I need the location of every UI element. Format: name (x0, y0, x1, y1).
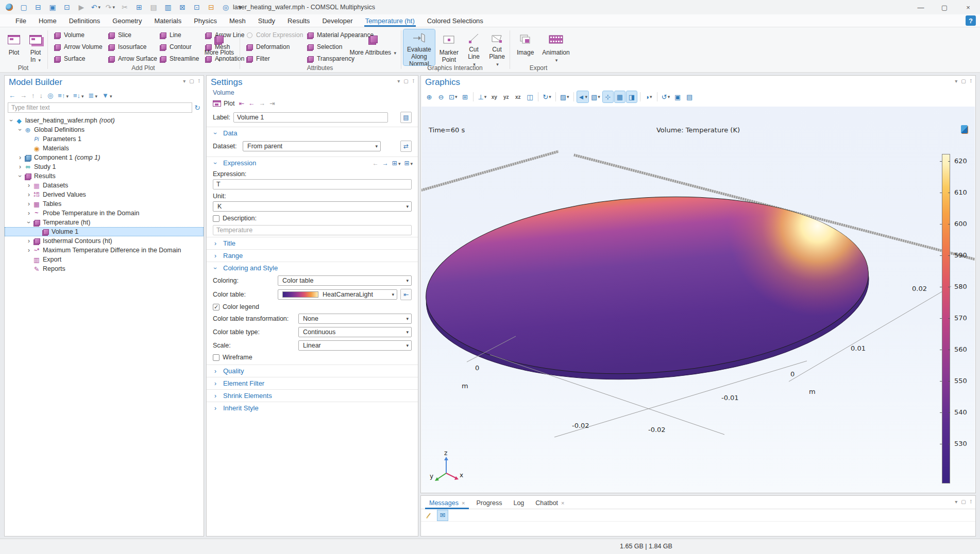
attribute-filter[interactable]: Filter (245, 53, 306, 64)
section-quality[interactable]: Quality (223, 367, 244, 375)
show-grid-icon[interactable]: ▦ (615, 91, 625, 102)
add-plot-contour[interactable]: Contour (159, 41, 204, 53)
tree-item-materials[interactable]: ◉Materials (5, 144, 204, 153)
more-plots-button[interactable]: More Plots▾ (201, 29, 238, 65)
description-checkbox[interactable] (213, 215, 219, 222)
tree-item-isothermal-contours-ht[interactable]: ›Isothermal Contours (ht) (5, 236, 204, 246)
chevron-icon[interactable]: › (212, 252, 219, 259)
tree-item-global-definitions[interactable]: ›⊕Global Definitions (5, 125, 204, 134)
close-tab-icon[interactable]: × (462, 500, 465, 506)
delete-icon[interactable]: ⊠ (176, 2, 189, 12)
zoom-box-icon[interactable]: ⊡▾ (448, 91, 458, 102)
tree-chevron-icon[interactable]: › (25, 210, 32, 217)
tab-progress[interactable]: Progress (471, 497, 507, 509)
chevron-icon[interactable]: › (212, 130, 219, 137)
plot-in-button[interactable]: Plot In ▾ (25, 29, 46, 65)
print-icon[interactable]: ▤ (684, 91, 695, 102)
refresh-icon[interactable]: ↻ (194, 103, 200, 112)
appearance-icon[interactable]: ◑▾ (644, 91, 654, 102)
menu-definitions[interactable]: Definitions (63, 14, 107, 27)
panel-maximize-icon[interactable]: ▢ (189, 78, 194, 84)
add-plot-line[interactable]: Line (159, 29, 204, 41)
panel-menu-icon[interactable]: ▾ (955, 499, 957, 505)
marker-point-button[interactable]: Marker Point (436, 29, 462, 65)
comsol-logo-icon[interactable] (3, 2, 15, 12)
filter-funnel-icon[interactable]: ▼▾ (102, 92, 112, 99)
plot-button[interactable]: Plot (4, 29, 24, 65)
cut-icon[interactable]: ✂ (119, 2, 131, 12)
panel-menu-icon[interactable]: ▾ (183, 78, 185, 84)
tree-item-probe-temperature-in-the-domain[interactable]: ›~Probe Temperature in the Domain (5, 209, 204, 218)
scene-light-icon[interactable]: ▨▾ (559, 91, 570, 102)
panel-pin-icon[interactable]: ⊺ (198, 78, 200, 84)
expr-prev-icon[interactable]: ← (373, 160, 379, 167)
help-button[interactable]: ? (966, 15, 976, 26)
tree-item-volume-1[interactable]: Volume 1 (5, 227, 204, 236)
menu-physics[interactable]: Physics (188, 14, 223, 27)
duplicate-icon[interactable]: ▥ (162, 2, 174, 12)
paste-icon[interactable]: ▤ (147, 2, 160, 12)
tree-chevron-icon[interactable]: › (8, 117, 15, 124)
zoom-in-icon[interactable]: ⊕ (424, 91, 434, 102)
undo-icon[interactable]: ↶ ▾ (90, 2, 102, 12)
view-xz-icon[interactable]: xz (513, 91, 523, 102)
add-plot-slice[interactable]: Slice (107, 29, 159, 41)
save-icon[interactable]: ▣ (46, 2, 59, 12)
section-shrink-elements[interactable]: Shrink Elements (223, 392, 272, 400)
rotate-icon[interactable]: ↻▾ (542, 91, 552, 102)
expr-next-icon[interactable]: → (382, 160, 388, 167)
clear-selection-icon[interactable]: ⊟ (205, 2, 217, 12)
view-settings-icon[interactable]: ▧▾ (590, 91, 601, 102)
menu-temperature-ht[interactable]: Temperature (ht) (359, 14, 421, 27)
view-xy-icon[interactable]: xy (489, 91, 499, 102)
tree-item-laser-heating-wafer-mph[interactable]: ›◆laser_heating_wafer.mph(root) (5, 116, 204, 125)
add-plot-arrow-volume[interactable]: Arrow Volume (53, 41, 107, 53)
dataset-select[interactable]: From parent▾ (243, 141, 381, 151)
view-yz-icon[interactable]: yz (501, 91, 511, 102)
chevron-icon[interactable]: › (212, 392, 219, 400)
tree-item-export[interactable]: ▥Export (5, 255, 204, 264)
expand-all-icon[interactable]: ≡↓▾ (73, 92, 84, 99)
tree-item-study-1[interactable]: ›∞Study 1 (5, 162, 204, 171)
menu-mesh[interactable]: Mesh (223, 14, 252, 27)
menu-developer[interactable]: Developer (316, 14, 359, 27)
tree-chevron-icon[interactable]: › (16, 126, 24, 133)
tree-item-parameters-1[interactable]: PiParameters 1 (5, 134, 204, 144)
section-element-filter[interactable]: Element Filter (223, 379, 264, 387)
zoom-extents-icon[interactable]: ⊞ (460, 91, 470, 102)
replace-expression-icon[interactable]: ⊞▾ (392, 160, 401, 167)
tab-log[interactable]: Log (508, 497, 529, 509)
tree-chevron-icon[interactable]: › (16, 163, 24, 170)
move-down-icon[interactable]: ↓ (40, 92, 43, 99)
show-icon[interactable]: ◎ (47, 92, 53, 99)
copy-icon[interactable]: ⊞ (133, 2, 145, 12)
menu-file[interactable]: File (9, 14, 32, 27)
tree-chevron-icon[interactable]: › (16, 172, 24, 180)
last-plot-icon[interactable]: ⇥ (269, 99, 275, 107)
menu-geometry[interactable]: Geometry (106, 14, 148, 27)
menu-results[interactable]: Results (281, 14, 316, 27)
tree-item-results[interactable]: ›Results (5, 171, 204, 181)
panel-menu-icon[interactable]: ▾ (397, 78, 400, 84)
color-table-settings-button[interactable]: ⇤ (400, 289, 412, 300)
menu-study[interactable]: Study (252, 14, 281, 27)
chevron-icon[interactable]: › (212, 160, 219, 167)
node-order-icon[interactable]: ≣▾ (89, 92, 97, 99)
scale-select[interactable]: Linear▾ (298, 340, 412, 351)
projection-icon[interactable]: ◫ (525, 91, 535, 102)
tree-filter-input[interactable] (8, 102, 192, 113)
panel-maximize-icon[interactable]: ▢ (961, 78, 966, 84)
panel-pin-icon[interactable]: ⊺ (412, 78, 415, 84)
snapshot-icon[interactable]: ▣ (672, 91, 683, 102)
minimize-button[interactable]: — (909, 0, 933, 14)
color-table-transformation-select[interactable]: None▾ (298, 314, 412, 324)
open-file-icon[interactable]: ⊟ (32, 2, 44, 12)
menu-home[interactable]: Home (32, 14, 63, 27)
cut-line-button[interactable]: Cut Line ▾ (463, 29, 484, 65)
tree-chevron-icon[interactable]: › (16, 154, 24, 161)
show-axes-icon[interactable]: ⊹ (603, 91, 613, 102)
go-to-source-button[interactable]: ⇄ (400, 141, 412, 152)
settings-plot-button[interactable]: Plot (213, 100, 235, 107)
chevron-icon[interactable]: › (212, 405, 219, 412)
section-coloring-style[interactable]: Coloring and Style (223, 264, 278, 272)
